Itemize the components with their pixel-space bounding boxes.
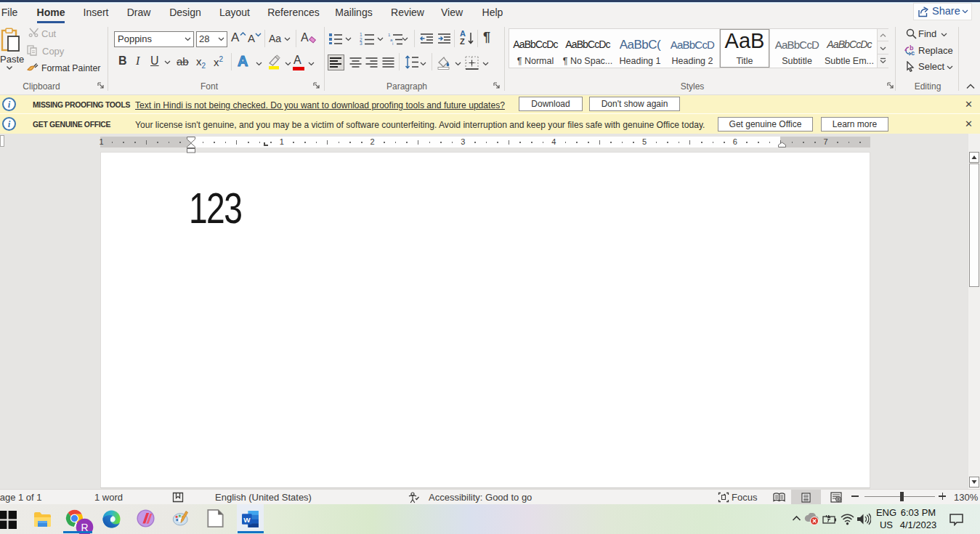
svg-text:c: c <box>911 49 915 56</box>
svg-text:i: i <box>392 41 393 45</box>
svg-text:W: W <box>243 516 251 524</box>
svg-text:3: 3 <box>360 41 363 45</box>
svg-text:1: 1 <box>388 33 391 37</box>
